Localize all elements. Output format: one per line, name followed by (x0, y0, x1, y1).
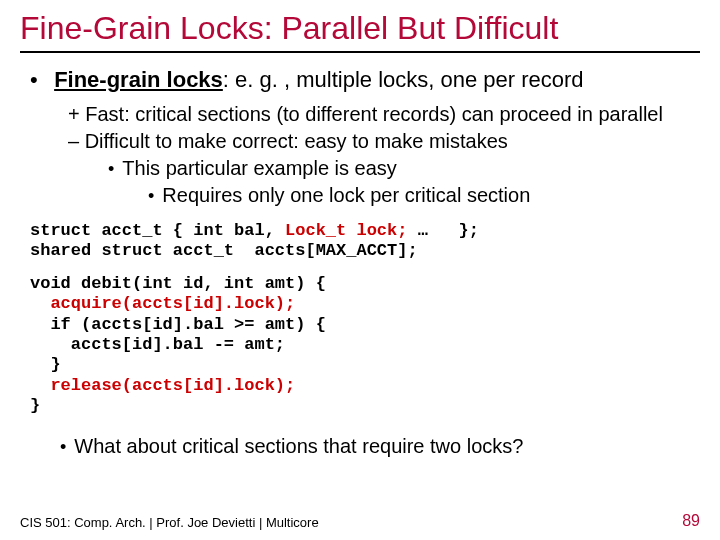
code-line-1b: Lock_t lock; (275, 221, 408, 240)
point-sub2: Requires only one lock per critical sect… (148, 182, 700, 209)
code-block-func: void debit(int id, int amt) { acquire(ac… (30, 274, 700, 417)
closing-question: What about critical sections that requir… (60, 435, 700, 458)
code-line-2: shared struct acct_t accts[MAX_ACCT]; (30, 241, 418, 260)
bullet-dot: • (30, 67, 48, 93)
slide: Fine-Grain Locks: Parallel But Difficult… (0, 0, 720, 540)
point-sub2-text: Requires only one lock per critical sect… (162, 184, 530, 206)
footer: CIS 501: Comp. Arch. | Prof. Joe Deviett… (20, 515, 700, 530)
code-func-5: } (30, 355, 61, 374)
code-line-1c: … }; (407, 221, 478, 240)
point-sub1: This particular example is easy (108, 155, 700, 182)
code-func-6: release(accts[id].lock); (30, 376, 295, 395)
code-line-1a: struct acct_t { int bal, (30, 221, 275, 240)
bullet-main: • Fine-grain locks: e. g. , multiple loc… (30, 67, 700, 93)
point-plus: + Fast: critical sections (to different … (68, 101, 700, 128)
point-minus: – Difficult to make correct: easy to mak… (68, 128, 700, 155)
code-func-3: if (accts[id].bal >= amt) { (30, 315, 326, 334)
code-block-struct: struct acct_t { int bal, Lock_t lock; … … (30, 221, 700, 262)
code-func-1: void debit(int id, int amt) { (30, 274, 326, 293)
code-func-2: acquire(accts[id].lock); (30, 294, 295, 313)
code-func-4: accts[id].bal -= amt; (30, 335, 285, 354)
footer-text: CIS 501: Comp. Arch. | Prof. Joe Deviett… (20, 515, 319, 530)
page-number: 89 (682, 512, 700, 530)
code-func-7: } (30, 396, 40, 415)
term: Fine-grain locks (54, 67, 223, 92)
closing-question-text: What about critical sections that requir… (74, 435, 523, 457)
point-sub1-text: This particular example is easy (122, 157, 397, 179)
slide-title: Fine-Grain Locks: Parallel But Difficult (20, 10, 700, 53)
term-rest: : e. g. , multiple locks, one per record (223, 67, 584, 92)
